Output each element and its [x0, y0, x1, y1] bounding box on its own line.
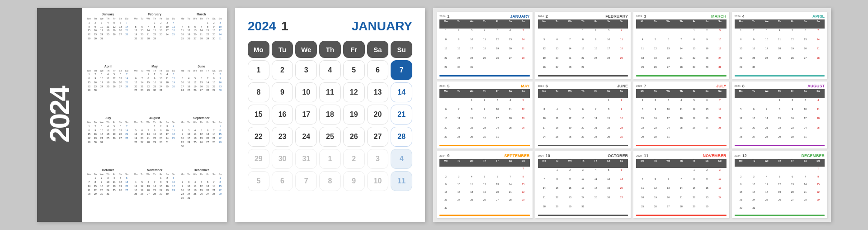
card-cell: Su — [517, 89, 530, 98]
card-cell: 18 — [478, 47, 491, 56]
card-cell: 4 — [478, 29, 491, 38]
mini-cell: 12 — [186, 29, 192, 33]
card-cell: 27 — [747, 135, 760, 144]
card-cell: 15 — [636, 116, 649, 125]
mini-cell: 8 — [204, 25, 211, 29]
card-cell: 20 — [662, 56, 675, 65]
mini-cell: 19 — [198, 188, 204, 192]
mini-cell: 5 — [111, 125, 118, 129]
mini-cell: 5 — [186, 25, 192, 29]
card-cell: Fr — [786, 159, 799, 167]
card-accent-bar — [538, 75, 628, 77]
card-cell: Fr — [688, 19, 701, 29]
card-cell: 21 — [760, 126, 774, 135]
card-cell: 31 — [491, 135, 504, 144]
mini-cell: 11 — [105, 25, 111, 29]
year-sidebar: 2024 — [37, 8, 82, 222]
card-cell: 12 — [735, 116, 748, 125]
mini-cell: 22 — [145, 85, 151, 89]
card-cell: 29 — [688, 205, 701, 214]
card-cell: 7 — [504, 175, 517, 182]
card-month-name: DECEMBER — [749, 153, 825, 158]
card-num: 4 — [742, 14, 745, 19]
card-cell: 29 — [439, 65, 453, 74]
mini-cell: 7 — [86, 180, 92, 184]
mini-cell: 4 — [111, 176, 118, 180]
card-year: 2024 — [439, 15, 445, 18]
mini-cell: 14 — [198, 29, 204, 33]
mini-cell: 22 — [204, 33, 211, 37]
card-accent-bar — [636, 75, 726, 77]
mini-cell — [123, 192, 130, 196]
card-cell: 15 — [517, 182, 530, 190]
mini-cell: 7 — [145, 25, 151, 29]
card-cell: 5 — [602, 168, 615, 177]
card-header: 20241JANUARY — [439, 14, 530, 19]
mini-cell: 8 — [92, 180, 99, 184]
card-cell: 12 — [786, 38, 799, 47]
card-accent-bar — [439, 75, 530, 77]
mini-month-march: MarchMoTuWeThFrSaSu123456789101112131415… — [179, 13, 223, 62]
card-cell: 17 — [465, 47, 478, 56]
card-cell: 18 — [773, 47, 786, 56]
card-cell: 8 — [636, 107, 649, 116]
card-cell: 5 — [735, 107, 748, 116]
mini-cell: 11 — [111, 180, 118, 184]
mini-cell: 5 — [111, 21, 118, 25]
card-cell: 1 — [773, 98, 786, 107]
mini-cell: 24 — [179, 88, 186, 92]
mini-cell — [123, 37, 130, 41]
card-cell: 6 — [747, 107, 760, 116]
card-num: 8 — [742, 84, 745, 88]
card-cell: 3 — [576, 168, 590, 177]
mini-cell: 7 — [123, 72, 130, 77]
mini-cell — [179, 21, 186, 25]
card-cell: We — [564, 19, 577, 29]
mini-cell: 20 — [118, 132, 124, 136]
card-cell: Tu — [747, 89, 760, 98]
jan-day-cell: 26 — [343, 127, 365, 147]
card-cell: Th — [478, 89, 491, 98]
card-cell: 18 — [465, 190, 478, 198]
card-cell — [576, 98, 590, 107]
mini-cell: Tu — [139, 17, 145, 21]
card-cell: 1 — [735, 29, 748, 38]
mini-cell: 9 — [217, 77, 223, 81]
card-cell: 7 — [675, 177, 688, 186]
mini-cell: 4 — [192, 129, 198, 133]
card-cell: 19 — [602, 186, 615, 195]
mini-cell: 6 — [132, 77, 139, 81]
card-cell: 11 — [478, 38, 491, 47]
card-cell: Su — [615, 19, 628, 29]
card-cell: 19 — [735, 126, 748, 135]
mini-month-grid: MoTuWeThFrSaSu12345678910111213141516171… — [132, 69, 176, 93]
card-cell: Th — [773, 159, 786, 167]
mini-cell: 26 — [111, 85, 118, 89]
card-cell: 28 — [538, 205, 551, 214]
jan-day-cell: 10 — [367, 171, 389, 191]
card-cell: Sa — [504, 89, 517, 98]
card-cell: 30 — [701, 65, 714, 74]
card-cell: 6 — [662, 177, 675, 186]
mini-cell: 11 — [105, 77, 111, 81]
mini-cell: 29 — [217, 192, 223, 196]
mini-cell — [198, 144, 204, 149]
card-cell: Sa — [602, 159, 615, 168]
card-cell: 4 — [636, 177, 649, 186]
card-cell: 16 — [649, 116, 662, 125]
mini-cell: 8 — [86, 129, 92, 133]
mini-cell: Fr — [204, 69, 211, 73]
mini-cell: 2 — [179, 180, 186, 184]
card-cell — [747, 98, 760, 107]
card-cell — [551, 98, 564, 107]
mini-cell: Fr — [204, 120, 211, 125]
mini-cell — [123, 140, 130, 144]
card-cell: 15 — [551, 186, 564, 195]
card-cell: 25 — [478, 56, 491, 65]
card-cell: Fr — [590, 89, 603, 98]
mini-cell: 30 — [92, 88, 99, 92]
card-cell: Sa — [602, 19, 615, 29]
mini-cell: Th — [105, 17, 111, 21]
card-header: 20246JUNE — [538, 84, 628, 88]
mini-cell: 17 — [217, 29, 223, 33]
